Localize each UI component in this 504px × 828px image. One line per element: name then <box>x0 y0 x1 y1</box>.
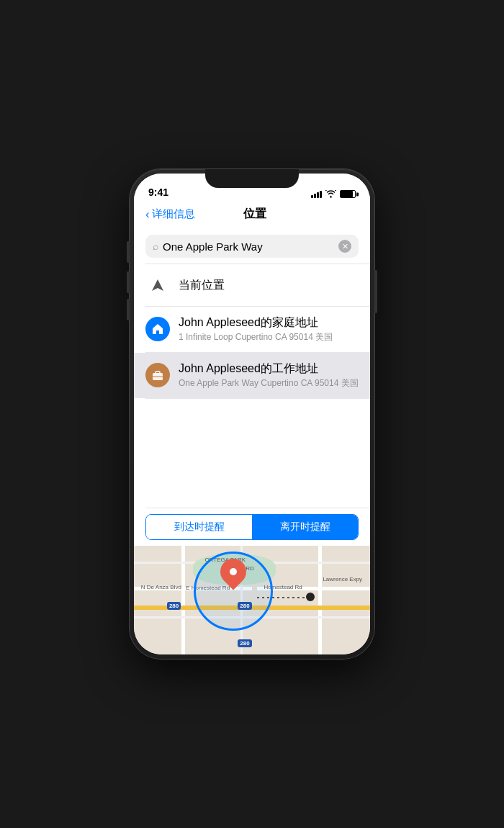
arrow-icon <box>151 279 164 292</box>
search-bar[interactable]: ⌕ One Apple Park Way ✕ <box>145 235 359 258</box>
location-item-current[interactable]: 当前位置 <box>134 264 370 306</box>
radius-line <box>257 597 309 598</box>
segment-container: 到达时提醒 离开时提醒 <box>134 508 370 546</box>
work-location-icon <box>145 363 170 387</box>
svg-point-0 <box>330 196 331 197</box>
status-time: 9:41 <box>148 186 311 198</box>
nav-bar: ‹ 详细信息 位置 <box>134 202 370 229</box>
wifi-icon <box>325 190 336 198</box>
battery-icon <box>340 190 356 198</box>
radius-endpoint <box>306 593 315 601</box>
notch <box>205 169 299 188</box>
clear-button[interactable]: ✕ <box>338 240 351 253</box>
home-location-address: 1 Infinite Loop Cupertino CA 95014 美国 <box>179 331 359 343</box>
home-location-text: John Appleseed的家庭地址 1 Infinite Loop Cupe… <box>179 315 359 343</box>
home-icon <box>152 323 163 335</box>
signal-icon <box>311 191 322 198</box>
content-spacer <box>134 399 370 508</box>
home-location-name: John Appleseed的家庭地址 <box>179 315 359 330</box>
work-location-address: One Apple Park Way Cupertino CA 95014 美国 <box>179 377 359 390</box>
work-location-text: John Appleseed的工作地址 One Apple Park Way C… <box>179 361 359 390</box>
page-title: 位置 <box>195 207 315 222</box>
back-chevron-icon: ‹ <box>145 207 150 222</box>
map-container[interactable]: ORTEGA PARK BIRD N De Anza Blvd Homestea… <box>134 546 370 654</box>
current-location-name: 当前位置 <box>179 278 359 293</box>
search-container: ⌕ One Apple Park Way ✕ <box>134 229 370 264</box>
location-list: 当前位置 John Appleseed的家庭地址 1 Infinite Loop… <box>134 264 370 399</box>
phone-screen: 9:41 ‹ 详细信息 <box>134 174 370 654</box>
de-anza-label: N De Anza Blvd <box>141 584 181 590</box>
interstate-280-bottom: 280 <box>238 639 251 647</box>
pin-inner-dot <box>230 568 237 575</box>
map-background: ORTEGA PARK BIRD N De Anza Blvd Homestea… <box>134 546 370 654</box>
phone-frame: 9:41 ‹ 详细信息 <box>130 169 374 659</box>
map-pin <box>220 559 246 585</box>
current-location-text: 当前位置 <box>179 278 359 293</box>
interstate-280-center: 280 <box>238 602 251 610</box>
location-item-home[interactable]: John Appleseed的家庭地址 1 Infinite Loop Cupe… <box>134 307 370 352</box>
segment-control: 到达时提醒 离开时提醒 <box>145 514 359 540</box>
svg-rect-3 <box>156 372 160 374</box>
status-icons <box>311 190 356 198</box>
briefcase-icon <box>152 369 163 381</box>
interstate-280-left: 280 <box>167 602 181 610</box>
segment-arrive-button[interactable]: 到达时提醒 <box>146 515 252 539</box>
home-location-icon <box>145 317 170 341</box>
search-input[interactable]: One Apple Park Way <box>163 240 334 253</box>
segment-leave-button[interactable]: 离开时提醒 <box>252 515 358 539</box>
current-location-icon <box>145 273 170 297</box>
lawrence-label: Lawrence Expy <box>323 576 362 582</box>
pin-head <box>215 553 251 590</box>
back-button-label: 详细信息 <box>152 207 195 221</box>
location-item-work[interactable]: John Appleseed的工作地址 One Apple Park Way C… <box>134 353 370 398</box>
svg-marker-1 <box>152 279 163 291</box>
back-button[interactable]: ‹ 详细信息 <box>145 207 195 222</box>
work-location-name: John Appleseed的工作地址 <box>179 361 359 377</box>
search-icon: ⌕ <box>153 240 158 252</box>
